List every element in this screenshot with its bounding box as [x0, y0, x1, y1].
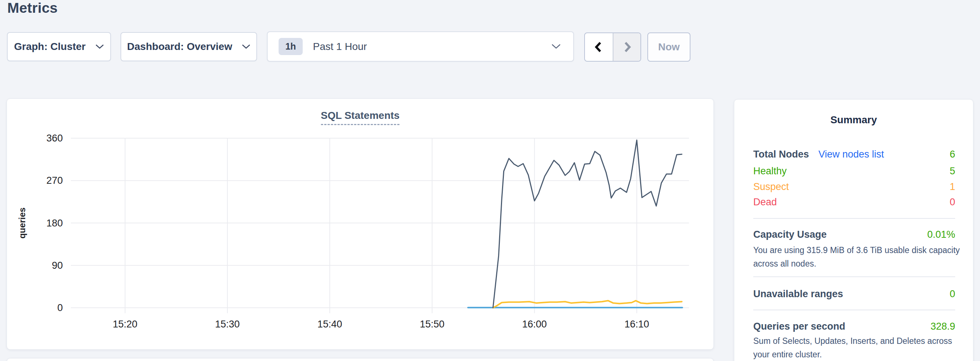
- next-chart-card: [6, 358, 714, 361]
- capacity-usage-value: 0.01%: [927, 227, 955, 242]
- suspect-label: Suspect: [753, 179, 789, 194]
- now-button-label: Now: [658, 41, 679, 53]
- total-nodes-label: Total Nodes: [753, 147, 809, 162]
- svg-text:270: 270: [46, 175, 63, 186]
- summary-card: Summary Total Nodes View nodes list 6 He…: [734, 99, 974, 361]
- qps-description: Sum of Selects, Updates, Inserts, and De…: [753, 334, 967, 361]
- time-range-selector[interactable]: 1h Past 1 Hour: [267, 32, 574, 62]
- graph-dropdown[interactable]: Graph: Cluster: [7, 32, 111, 61]
- chevron-down-icon: [242, 44, 250, 49]
- healthy-label: Healthy: [753, 164, 787, 178]
- svg-text:180: 180: [46, 218, 63, 229]
- previous-interval-button[interactable]: [585, 33, 612, 61]
- chevron-left-icon: [593, 41, 604, 53]
- summary-row-suspect: Suspect 1: [753, 179, 955, 194]
- healthy-value: 5: [950, 164, 955, 178]
- queries-per-second-value: 328.9: [930, 319, 955, 334]
- time-range-label: Past 1 Hour: [313, 41, 367, 52]
- view-nodes-list-link[interactable]: View nodes list: [819, 147, 885, 162]
- queries-per-second-label: Queries per second: [753, 319, 845, 334]
- summary-row-dead: Dead 0: [753, 195, 955, 209]
- capacity-usage-label: Capacity Usage: [753, 227, 827, 242]
- suspect-value: 1: [950, 179, 955, 194]
- unavailable-ranges-label: Unavailable ranges: [753, 287, 843, 301]
- divider: [753, 310, 955, 310]
- chevron-down-icon: [95, 44, 104, 49]
- svg-text:queries: queries: [17, 207, 27, 239]
- now-button[interactable]: Now: [648, 32, 690, 62]
- time-window-badge: 1h: [278, 38, 303, 55]
- summary-row-unavailable-ranges: Unavailable ranges 0: [753, 287, 955, 301]
- sql-statements-chart-card: SQL Statements 09018027036015:2015:3015:…: [6, 98, 714, 350]
- next-interval-button[interactable]: [612, 33, 640, 61]
- summary-title: Summary: [734, 114, 973, 126]
- summary-row-qps: Queries per second 328.9: [753, 319, 955, 334]
- divider: [753, 276, 955, 277]
- dashboard-dropdown-label: Dashboard: Overview: [127, 41, 232, 52]
- svg-text:15:30: 15:30: [215, 319, 240, 329]
- svg-text:90: 90: [52, 260, 63, 271]
- chevron-down-icon: [551, 44, 561, 49]
- svg-text:16:00: 16:00: [522, 319, 547, 329]
- page-title: Metrics: [7, 0, 58, 16]
- summary-row-healthy: Healthy 5: [753, 164, 955, 178]
- divider: [753, 218, 955, 219]
- total-nodes-value: 6: [950, 147, 955, 162]
- capacity-usage-description: You are using 315.9 MiB of 3.6 TiB usabl…: [753, 244, 967, 271]
- svg-text:15:20: 15:20: [113, 319, 138, 329]
- dead-value: 0: [950, 195, 955, 209]
- svg-text:15:50: 15:50: [420, 319, 445, 329]
- summary-row-capacity: Capacity Usage 0.01%: [753, 227, 955, 242]
- time-shift-buttons: [584, 32, 641, 62]
- summary-row-total-nodes: Total Nodes View nodes list 6: [753, 147, 955, 162]
- dead-label: Dead: [753, 195, 777, 209]
- chart-canvas[interactable]: 09018027036015:2015:3015:4015:5016:0016:…: [7, 99, 714, 350]
- svg-text:0: 0: [57, 302, 63, 313]
- svg-text:15:40: 15:40: [317, 319, 342, 329]
- graph-dropdown-label: Graph: Cluster: [14, 41, 86, 52]
- unavailable-ranges-value: 0: [950, 287, 955, 301]
- dashboard-dropdown[interactable]: Dashboard: Overview: [121, 32, 257, 61]
- svg-text:16:10: 16:10: [624, 319, 649, 329]
- metrics-page: { "page": { "title": "Metrics" }, "toolb…: [0, 0, 980, 361]
- chevron-right-icon: [622, 41, 632, 53]
- svg-text:360: 360: [46, 133, 63, 144]
